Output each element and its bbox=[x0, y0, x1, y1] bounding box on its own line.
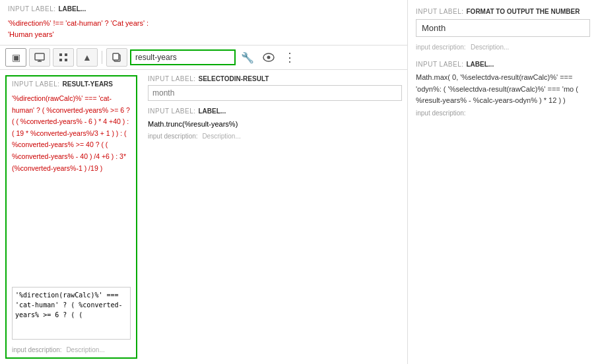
svg-rect-2 bbox=[65, 53, 67, 56]
top-input-label-row: INPUT LABEL: LABEL... bbox=[0, 5, 407, 13]
code-line-1: '%direction%' !== 'cat-human' ? 'Cat yea… bbox=[8, 18, 399, 29]
toolbar-divider bbox=[102, 51, 102, 64]
top-input-label-prefix: INPUT LABEL: bbox=[8, 5, 56, 13]
left-right-content: INPUT LABEL: SELECTODIN-RESULT INPUT LAB… bbox=[143, 70, 407, 364]
month-input[interactable] bbox=[416, 19, 590, 37]
left-label-prefix: INPUT LABEL: bbox=[148, 107, 196, 115]
copy-icon bbox=[112, 52, 122, 63]
right-label-value: LABEL... bbox=[467, 61, 494, 68]
right-desc-row: input description: Description... bbox=[416, 42, 590, 51]
eye-icon bbox=[263, 53, 275, 62]
selectodin-input[interactable] bbox=[148, 85, 402, 101]
right-panel: INPUT LABEL: FORMAT TO OUTPUT THE NUMBER… bbox=[408, 0, 598, 364]
wrench-btn[interactable]: 🔧 bbox=[238, 48, 257, 67]
grid-icon bbox=[59, 53, 68, 62]
toolbar: ▣ ▲ 🔧 ⋮ bbox=[0, 45, 407, 70]
right-desc-placeholder: Description... bbox=[471, 44, 509, 51]
left-label-section: INPUT LABEL: LABEL... Math.trunc(%result… bbox=[148, 107, 402, 141]
top-input-label-value: LABEL... bbox=[59, 5, 86, 13]
result-years-desc-label: input description: bbox=[12, 346, 62, 353]
right-desc-label: input description: bbox=[416, 44, 466, 51]
result-years-input[interactable] bbox=[130, 49, 236, 65]
right-input-desc: input description: bbox=[416, 109, 590, 117]
svg-rect-6 bbox=[113, 53, 119, 60]
left-label-desc-row: INPUT LABEL: LABEL... bbox=[148, 107, 402, 115]
right-label-code: Math.max( 0, '%selectdva-result(rawCalc)… bbox=[416, 72, 590, 107]
left-label-value: LABEL... bbox=[199, 107, 226, 115]
right-label-section: INPUT LABEL: LABEL... Math.max( 0, '%sel… bbox=[416, 61, 590, 117]
result-years-label-prefix: INPUT LABEL: bbox=[12, 80, 60, 88]
toolbar-btn-1[interactable]: ▣ bbox=[5, 48, 26, 67]
code-line-2: 'Human years' bbox=[8, 29, 399, 40]
svg-point-8 bbox=[267, 56, 271, 59]
right-label-prefix: INPUT LABEL: bbox=[416, 61, 464, 68]
toolbar-btn-copy[interactable] bbox=[106, 48, 127, 67]
more-options-btn[interactable]: ⋮ bbox=[281, 48, 299, 67]
eye-btn[interactable] bbox=[259, 48, 278, 67]
selectodin-label-row: INPUT LABEL: SELECTODIN-RESULT bbox=[148, 75, 402, 82]
monitor-icon bbox=[34, 52, 45, 63]
right-format-label-prefix: INPUT LABEL: bbox=[416, 8, 464, 15]
result-years-textarea[interactable] bbox=[12, 287, 131, 340]
toolbar-btn-2[interactable] bbox=[29, 48, 50, 67]
main-content: INPUT LABEL: RESULT-YEARS '%direction(ra… bbox=[0, 70, 407, 364]
left-label-desc: input description: Description... bbox=[148, 131, 402, 141]
top-code-block: '%direction%' !== 'cat-human' ? 'Cat yea… bbox=[0, 15, 407, 45]
left-label-code: Math.trunc(%result-years%) bbox=[148, 117, 402, 131]
result-years-label-value: RESULT-YEARS bbox=[63, 80, 114, 88]
svg-rect-4 bbox=[65, 59, 67, 61]
right-input-desc-label: input description: bbox=[416, 109, 466, 117]
result-years-panel: INPUT LABEL: RESULT-YEARS '%direction(ra… bbox=[5, 75, 137, 359]
left-desc-placeholder: Description... bbox=[202, 133, 240, 140]
toolbar-btn-4[interactable]: ▲ bbox=[77, 48, 98, 67]
left-desc-label: input description: bbox=[148, 133, 198, 140]
result-years-code-text: '%direction(rawCalc)%' === 'cat-human' ?… bbox=[12, 94, 130, 172]
right-format-label-value: FORMAT TO OUTPUT THE NUMBER bbox=[467, 8, 580, 15]
svg-rect-1 bbox=[59, 53, 62, 56]
selectodin-label-prefix: INPUT LABEL: bbox=[148, 75, 196, 82]
selectodin-label-value: SELECTODIN-RESULT bbox=[199, 75, 269, 82]
result-years-desc-row: input description: Description... bbox=[7, 345, 136, 357]
result-years-label-row: INPUT LABEL: RESULT-YEARS bbox=[7, 76, 136, 90]
left-panel: INPUT LABEL: LABEL... '%direction%' !== … bbox=[0, 0, 408, 364]
right-label-row: INPUT LABEL: LABEL... bbox=[416, 61, 590, 68]
svg-rect-0 bbox=[35, 53, 44, 60]
result-years-desc-placeholder: Description... bbox=[66, 346, 104, 353]
right-format-label-row: INPUT LABEL: FORMAT TO OUTPUT THE NUMBER bbox=[416, 8, 590, 15]
svg-rect-3 bbox=[59, 59, 62, 61]
result-years-code: '%direction(rawCalc)%' === 'cat-human' ?… bbox=[7, 90, 136, 284]
toolbar-btn-3[interactable] bbox=[53, 48, 74, 67]
